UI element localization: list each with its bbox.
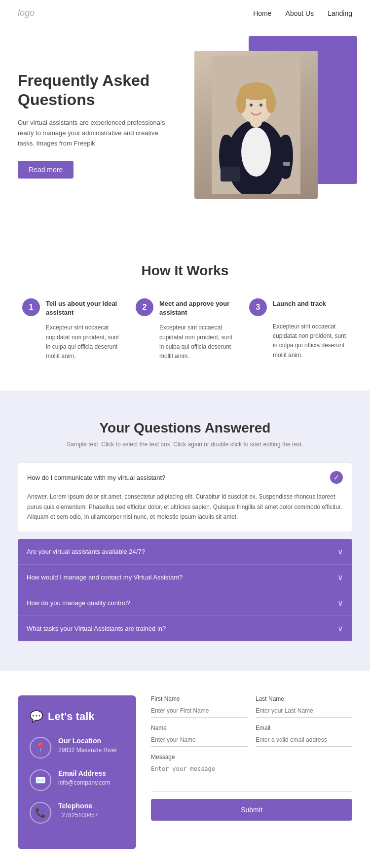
faq-accordion-question-3[interactable]: How do you manage quality control? ∨	[18, 590, 352, 615]
chevron-down-icon-4: ∨	[337, 624, 343, 633]
faq-accordion-item-1: Are your virtual assistants available 24…	[18, 539, 352, 565]
svg-point-8	[250, 104, 253, 107]
svg-point-6	[236, 92, 246, 113]
location-icon: 📍	[30, 737, 51, 759]
first-name-input[interactable]	[151, 704, 248, 718]
faq-open-icon: ✓	[330, 471, 343, 484]
faq-accordion-item-4: What tasks your Virtual Assistants are t…	[18, 616, 352, 641]
faq-open-question[interactable]: How do I communicate with my virtual ass…	[18, 463, 352, 492]
hero-title: Frequently Asked Questions	[18, 71, 166, 109]
faq-accordion: Are your virtual assistants available 24…	[18, 539, 352, 641]
first-name-label: First Name	[151, 695, 248, 702]
last-name-label: Last Name	[256, 695, 352, 702]
contact-telephone-value: +27825100457	[58, 812, 98, 819]
contact-location-value: 29832 Makenzie River	[58, 747, 117, 754]
contact-email-info: Email Address info@company.com	[58, 769, 110, 786]
email-input[interactable]	[256, 733, 352, 747]
faq-title: Your Questions Answered	[18, 420, 352, 436]
faq-accordion-item-3: How do you manage quality control? ∨	[18, 590, 352, 616]
svg-point-2	[241, 127, 271, 177]
step-3-title: Launch and track	[273, 298, 326, 308]
chat-icon: 💬	[30, 710, 43, 723]
svg-point-9	[259, 104, 262, 107]
navbar: logo Home About Us Landing	[0, 0, 370, 26]
faq-accordion-question-4[interactable]: What tasks your Virtual Assistants are t…	[18, 616, 352, 641]
checkmark-icon: ✓	[333, 473, 339, 481]
hero-photo	[194, 51, 318, 199]
nav-links: Home About Us Landing	[253, 9, 352, 17]
email-label: Email	[256, 724, 352, 731]
contact-section: 💬 Let's talk 📍 Our Location 29832 Makenz…	[0, 671, 370, 868]
contact-email-title: Email Address	[58, 769, 110, 777]
contact-telephone-info: Telephone +27825100457	[58, 802, 98, 819]
step-3-text: Excepteur sint occaecat cupidatat non pr…	[249, 322, 348, 360]
last-name-group: Last Name	[256, 695, 352, 718]
faq-section: Your Questions Answered Sample text. Cli…	[0, 391, 370, 671]
faq-question-1-text: Are your virtual assistants available 24…	[27, 548, 145, 555]
contact-form: First Name Last Name Name Email Message …	[151, 695, 352, 849]
hero-text: Frequently Asked Questions Our virtual a…	[18, 71, 166, 178]
phone-icon: 📞	[30, 802, 51, 824]
nav-about[interactable]: About Us	[286, 9, 314, 17]
read-more-button[interactable]: Read more	[18, 161, 74, 179]
step-1-title: Tell us about your ideal assistant	[46, 298, 121, 317]
contact-telephone-title: Telephone	[58, 802, 98, 810]
step-1-number: 1	[22, 298, 40, 316]
faq-accordion-item-2: How would I manage and contact my Virtua…	[18, 565, 352, 590]
svg-rect-11	[283, 162, 290, 166]
last-name-input[interactable]	[256, 704, 352, 718]
svg-point-7	[266, 92, 276, 113]
contact-email: ✉️ Email Address info@company.com	[30, 769, 124, 791]
step-3: 3 Launch and track Excepteur sint occaec…	[249, 298, 348, 361]
step-2: 2 Meet and approve your assistant Except…	[136, 298, 234, 361]
name-label: Name	[151, 724, 248, 731]
faq-subtitle: Sample text. Click to select the text bo…	[18, 441, 352, 448]
faq-open-question-text: How do I communicate with my virtual ass…	[27, 474, 165, 481]
message-textarea[interactable]	[151, 762, 352, 792]
hero-description: Our virtual assistants are experienced p…	[18, 118, 166, 148]
faq-question-3-text: How do you manage quality control?	[27, 599, 130, 607]
form-row-1: First Name Last Name	[151, 695, 352, 718]
submit-button[interactable]: Submit	[151, 799, 352, 821]
message-label: Message	[151, 754, 352, 760]
first-name-group: First Name	[151, 695, 248, 718]
contact-card: 💬 Let's talk 📍 Our Location 29832 Makenz…	[18, 695, 136, 849]
how-it-works-section: How It Works 1 Tell us about your ideal …	[0, 233, 370, 391]
name-input[interactable]	[151, 733, 248, 747]
contact-location-info: Our Location 29832 Makenzie River	[58, 737, 117, 754]
step-3-number: 3	[249, 298, 267, 316]
faq-open-answer: Answer. Lorem ipsum dolor sit amet, cons…	[18, 492, 352, 532]
logo: logo	[18, 8, 35, 18]
contact-card-title: 💬 Let's talk	[30, 710, 124, 723]
faq-accordion-question-1[interactable]: Are your virtual assistants available 24…	[18, 539, 352, 564]
step-1: 1 Tell us about your ideal assistant Exc…	[22, 298, 121, 361]
step-2-number: 2	[136, 298, 153, 316]
email-group: Email	[256, 724, 352, 747]
faq-accordion-question-2[interactable]: How would I manage and contact my Virtua…	[18, 565, 352, 590]
contact-location: 📍 Our Location 29832 Makenzie River	[30, 737, 124, 759]
hero-section: Frequently Asked Questions Our virtual a…	[0, 26, 370, 233]
email-icon: ✉️	[30, 769, 51, 791]
contact-email-value: info@company.com	[58, 779, 110, 786]
contact-telephone: 📞 Telephone +27825100457	[30, 802, 124, 824]
nav-home[interactable]: Home	[253, 9, 271, 17]
svg-rect-10	[221, 167, 240, 181]
step-2-title: Meet and approve your assistant	[159, 298, 234, 317]
chevron-down-icon-2: ∨	[337, 573, 343, 582]
contact-location-title: Our Location	[58, 737, 117, 745]
steps-container: 1 Tell us about your ideal assistant Exc…	[18, 298, 352, 361]
faq-open-item: How do I communicate with my virtual ass…	[18, 463, 352, 532]
name-group: Name	[151, 724, 248, 747]
how-it-works-title: How It Works	[18, 263, 352, 279]
nav-landing[interactable]: Landing	[328, 9, 352, 17]
hero-image-area	[185, 51, 352, 199]
message-group: Message	[151, 754, 352, 792]
chevron-down-icon-3: ∨	[337, 598, 343, 608]
faq-question-2-text: How would I manage and contact my Virtua…	[27, 574, 183, 581]
chevron-down-icon-1: ∨	[337, 547, 343, 556]
form-row-2: Name Email	[151, 724, 352, 747]
step-1-text: Excepteur sint occaecat cupidatat non pr…	[22, 323, 121, 361]
step-2-text: Excepteur sint occaecat cupidatat non pr…	[136, 323, 234, 361]
faq-question-4-text: What tasks your Virtual Assistants are t…	[27, 625, 166, 632]
